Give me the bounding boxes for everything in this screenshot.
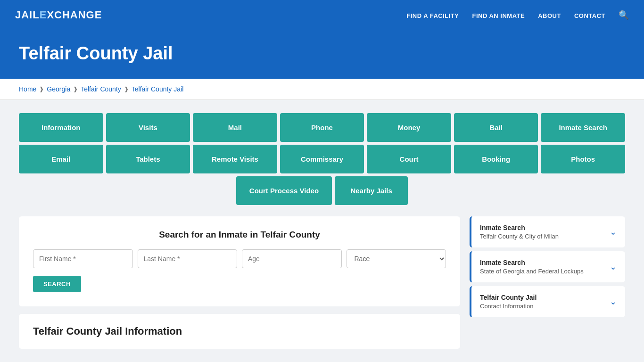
sidebar-card-1-title: Inmate Search — [480, 259, 584, 266]
tile-photos[interactable]: Photos — [541, 145, 625, 173]
tile-row-3: Court Process Video Nearby Jails — [19, 176, 625, 205]
two-col-layout: Search for an Inmate in Telfair County R… — [19, 216, 625, 349]
race-select[interactable]: Race White Black Hispanic Asian Other — [347, 249, 446, 268]
tile-email[interactable]: Email — [19, 145, 103, 173]
sidebar-card-0-title: Inmate Search — [480, 224, 559, 231]
tile-commissary[interactable]: Commissary — [280, 145, 364, 173]
tile-bail[interactable]: Bail — [454, 113, 538, 142]
breadcrumb: Home ❱ Georgia ❱ Telfair County ❱ Telfai… — [19, 85, 625, 93]
inmate-search-box: Search for an Inmate in Telfair County R… — [19, 216, 460, 306]
tile-inmate-search[interactable]: Inmate Search — [541, 113, 625, 142]
main-column: Search for an Inmate in Telfair County R… — [19, 216, 460, 349]
sidebar-card-1-header[interactable]: Inmate Search State of Georgia and Feder… — [471, 251, 625, 282]
breadcrumb-sep-3: ❱ — [124, 86, 129, 92]
age-input[interactable] — [242, 249, 342, 268]
sidebar-card-0-header[interactable]: Inmate Search Telfair County & City of M… — [471, 216, 625, 247]
nav-find-facility[interactable]: FIND A FACILITY — [406, 12, 459, 19]
first-name-input[interactable] — [33, 249, 133, 268]
tile-money[interactable]: Money — [367, 113, 451, 142]
main-nav: JAILEXCHANGE FIND A FACILITY FIND AN INM… — [0, 0, 644, 30]
tile-row-2: Email Tablets Remote Visits Commissary C… — [19, 145, 625, 173]
page-title: Telfair County Jail — [19, 43, 625, 64]
sidebar-card-2-title: Telfair County Jail — [480, 294, 537, 301]
chevron-down-icon: ⌄ — [610, 296, 617, 307]
tile-nearby-jails[interactable]: Nearby Jails — [335, 176, 408, 205]
info-title: Telfair County Jail Information — [33, 325, 446, 337]
nav-find-inmate[interactable]: FIND AN INMATE — [472, 12, 525, 19]
tile-court-process-video[interactable]: Court Process Video — [236, 176, 332, 205]
sidebar-card-0-subtitle: Telfair County & City of Milan — [480, 233, 559, 240]
tile-remote-visits[interactable]: Remote Visits — [193, 145, 277, 173]
search-title: Search for an Inmate in Telfair County — [33, 230, 446, 240]
breadcrumb-bar: Home ❱ Georgia ❱ Telfair County ❱ Telfai… — [0, 79, 644, 100]
tile-mail[interactable]: Mail — [193, 113, 277, 142]
page-body: Information Visits Mail Phone Money Bail… — [0, 100, 644, 362]
sidebar-card-2: Telfair County Jail Contact Information … — [470, 286, 625, 317]
sidebar-column: Inmate Search Telfair County & City of M… — [470, 216, 625, 319]
search-fields: Race White Black Hispanic Asian Other — [33, 249, 446, 268]
nav-contact[interactable]: CONTACT — [574, 12, 605, 19]
tile-booking[interactable]: Booking — [454, 145, 538, 173]
chevron-down-icon: ⌄ — [610, 262, 617, 272]
search-icon[interactable]: 🔍 — [619, 10, 629, 20]
nav-links: FIND A FACILITY FIND AN INMATE ABOUT CON… — [406, 10, 629, 20]
breadcrumb-georgia[interactable]: Georgia — [47, 85, 70, 93]
sidebar-card-2-subtitle: Contact Information — [480, 303, 537, 310]
site-logo[interactable]: JAILEXCHANGE — [15, 9, 102, 21]
info-section: Telfair County Jail Information — [19, 314, 460, 349]
tile-tablets[interactable]: Tablets — [106, 145, 190, 173]
breadcrumb-sep-1: ❱ — [39, 86, 44, 92]
tile-visits[interactable]: Visits — [106, 113, 190, 142]
breadcrumb-home[interactable]: Home — [19, 85, 36, 93]
tile-court[interactable]: Court — [367, 145, 451, 173]
breadcrumb-current: Telfair County Jail — [132, 85, 184, 93]
breadcrumb-telfair-county[interactable]: Telfair County — [81, 85, 121, 93]
sidebar-card-1: Inmate Search State of Georgia and Feder… — [470, 251, 625, 282]
sidebar-card-0: Inmate Search Telfair County & City of M… — [470, 216, 625, 247]
tile-row-1: Information Visits Mail Phone Money Bail… — [19, 113, 625, 142]
tile-information[interactable]: Information — [19, 113, 103, 142]
sidebar-card-1-subtitle: State of Georgia and Federal Lockups — [480, 268, 584, 275]
nav-about[interactable]: ABOUT — [538, 12, 561, 19]
hero-banner: Telfair County Jail — [0, 30, 644, 79]
sidebar-card-2-header[interactable]: Telfair County Jail Contact Information … — [471, 286, 625, 317]
breadcrumb-sep-2: ❱ — [73, 86, 78, 92]
last-name-input[interactable] — [138, 249, 238, 268]
chevron-down-icon: ⌄ — [610, 227, 617, 237]
search-button[interactable]: SEARCH — [33, 276, 81, 292]
tile-phone[interactable]: Phone — [280, 113, 364, 142]
